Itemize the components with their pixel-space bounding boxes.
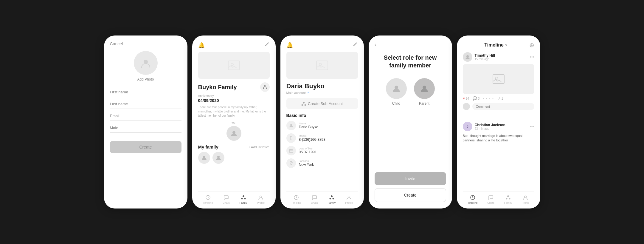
svg-point-35 xyxy=(329,198,331,200)
child-label: Child xyxy=(392,101,400,106)
svg-rect-41 xyxy=(493,75,504,84)
anniversary-date: 04/09/2020 xyxy=(198,98,270,103)
svg-line-6 xyxy=(263,86,265,88)
svg-point-22 xyxy=(304,104,306,106)
svg-point-34 xyxy=(331,195,333,197)
svg-point-20 xyxy=(303,102,305,104)
bell-icon[interactable]: 🔔 xyxy=(198,42,205,48)
svg-point-3 xyxy=(264,85,266,86)
invite-button[interactable]: Invite xyxy=(375,172,446,185)
post-actions: ♥ 24 💬 3 • • • • ↗ 1 xyxy=(463,96,534,101)
nav-timeline[interactable]: Timeline xyxy=(203,194,213,204)
add-photo-label[interactable]: Add Photo xyxy=(110,77,181,81)
svg-point-0 xyxy=(144,60,148,64)
svg-point-10 xyxy=(217,156,220,158)
nav-family[interactable]: Family xyxy=(239,194,247,204)
screen-select-role: ‹ Select role for new family member Chil… xyxy=(369,35,452,209)
like-action[interactable]: ♥ 24 xyxy=(463,96,469,101)
role-parent-option[interactable]: Parent xyxy=(414,78,435,106)
create-sub-label: Create Sub-Account xyxy=(308,101,343,106)
nav-family-label: Family xyxy=(239,201,247,204)
location-value: New York xyxy=(299,163,358,167)
cover-image xyxy=(198,52,270,79)
create-sub-account-button[interactable]: Create Sub-Account xyxy=(286,98,358,109)
post-user: Timothy Hill 15 min ago xyxy=(463,52,495,62)
nav-profile[interactable]: Profile xyxy=(345,194,353,204)
create-button[interactable]: Create xyxy=(375,188,446,202)
nav-chats-label: Chats xyxy=(223,201,230,204)
family-member-avatar[interactable] xyxy=(198,152,210,164)
nav-chats[interactable]: Chats xyxy=(487,194,494,204)
svg-point-16 xyxy=(244,198,246,200)
comment-action[interactable]: 💬 3 xyxy=(473,96,480,101)
nav-family[interactable]: Family xyxy=(328,194,336,204)
family-member-avatar[interactable] xyxy=(212,152,224,164)
post-header-2: J Christian Jackson 23 min ago ••• xyxy=(463,122,534,131)
svg-point-47 xyxy=(506,198,507,200)
cancel-button[interactable]: Cancel xyxy=(110,41,181,46)
child-avatar xyxy=(386,78,407,99)
role-child-option[interactable]: Child xyxy=(386,78,407,106)
divider xyxy=(463,119,534,119)
comment-box xyxy=(463,103,534,110)
family-title: Buyko Family xyxy=(198,84,237,91)
parent-avatar xyxy=(414,78,435,99)
last-name-input[interactable] xyxy=(110,99,181,109)
name-icon xyxy=(286,121,296,130)
nav-timeline[interactable]: Timeline xyxy=(468,194,478,204)
select-role-title: Select role for new family member xyxy=(375,54,446,69)
edit-icon[interactable] xyxy=(264,41,270,48)
nav-profile[interactable]: Profile xyxy=(522,194,530,204)
you-avatar xyxy=(226,126,241,141)
svg-point-5 xyxy=(266,88,267,89)
post-more-icon[interactable]: ••• xyxy=(530,55,534,59)
comment-count: 3 xyxy=(478,97,480,100)
post-user-2: J Christian Jackson 23 min ago xyxy=(463,122,505,131)
create-button[interactable]: Create xyxy=(110,141,181,153)
svg-point-40 xyxy=(466,55,469,58)
edit-icon[interactable] xyxy=(353,41,358,48)
svg-point-4 xyxy=(263,88,264,89)
my-family-row: My family + Add Relative xyxy=(198,144,270,149)
nav-family[interactable]: Family xyxy=(504,194,512,204)
svg-point-42 xyxy=(496,77,498,79)
dob-icon xyxy=(286,146,296,155)
dots-rating: • • • • xyxy=(483,97,494,100)
share-action[interactable]: ↗ 1 xyxy=(498,96,503,101)
nav-profile[interactable]: Profile xyxy=(257,194,265,204)
nav-timeline[interactable]: Timeline xyxy=(291,194,301,204)
profile-name: Daria Buyko xyxy=(286,82,358,90)
info-mobile-row: Mobile 8-(136)166-3893 xyxy=(286,133,358,143)
post-avatar xyxy=(463,52,472,62)
email-input[interactable] xyxy=(110,111,181,121)
family-avatars-row xyxy=(198,152,270,164)
screen-family-profile: 🔔 Buyko Family xyxy=(192,35,276,209)
location-label: Location xyxy=(299,160,358,163)
add-post-icon[interactable]: ⊕ xyxy=(529,41,534,49)
my-family-label: My family xyxy=(198,144,218,149)
svg-point-30 xyxy=(291,162,291,163)
family-tree-icon[interactable] xyxy=(260,82,270,92)
svg-point-25 xyxy=(291,139,291,140)
svg-point-15 xyxy=(241,198,243,200)
post-more-icon-2[interactable]: ••• xyxy=(530,124,534,129)
dob-label: Date of birth xyxy=(299,147,358,150)
comment-input[interactable] xyxy=(472,103,534,110)
post-avatar-2: J xyxy=(463,122,472,131)
name-info: Name Daria Buyko xyxy=(299,122,358,129)
first-name-input[interactable] xyxy=(110,87,181,97)
bottom-nav: Timeline Chats Family xyxy=(463,192,534,206)
nav-chats[interactable]: Chats xyxy=(223,194,230,204)
bell-icon[interactable]: 🔔 xyxy=(286,42,293,48)
main-account-label: Main account ✓ xyxy=(286,91,358,95)
add-relative-button[interactable]: + Add Relative xyxy=(248,145,269,149)
role-options: Child Parent xyxy=(375,78,446,106)
family-title-row: Buyko Family xyxy=(198,82,270,92)
back-button[interactable]: ‹ xyxy=(375,41,376,48)
post-username-2: Christian Jackson xyxy=(475,123,505,127)
post-card: Timothy Hill 15 min ago ••• ♥ 24 xyxy=(463,52,534,113)
nav-chats[interactable]: Chats xyxy=(311,194,318,204)
main-account-text: Main account xyxy=(286,91,306,95)
svg-rect-26 xyxy=(289,149,293,152)
gender-input[interactable] xyxy=(110,123,181,133)
